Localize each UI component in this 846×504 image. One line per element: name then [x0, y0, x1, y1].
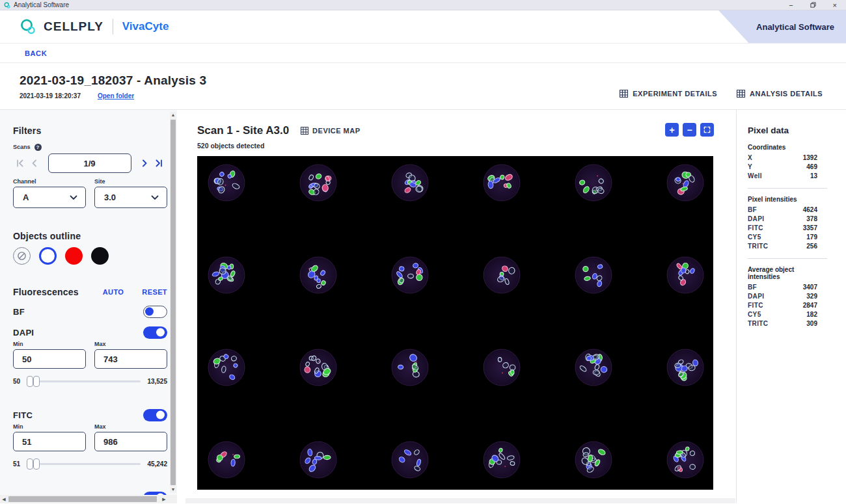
scroll-up-icon[interactable]: ▲: [170, 112, 176, 118]
scan-image-canvas[interactable]: [197, 156, 713, 490]
fitc-min-input[interactable]: [13, 432, 86, 451]
microwell[interactable]: [575, 349, 612, 386]
microwell[interactable]: [392, 442, 428, 478]
microwell[interactable]: [575, 442, 612, 478]
scrollbar-thumb[interactable]: [8, 496, 157, 502]
microwell[interactable]: [392, 349, 428, 386]
zoom-in-button[interactable]: +: [665, 123, 679, 137]
cell-object[interactable]: [416, 274, 422, 281]
restore-icon[interactable]: [810, 2, 816, 8]
microwell[interactable]: [667, 442, 703, 478]
auto-button[interactable]: AUTO: [103, 288, 124, 296]
microwell[interactable]: [484, 349, 520, 386]
microwell[interactable]: [484, 165, 520, 201]
last-scan-button[interactable]: [152, 155, 166, 172]
scrollbar-thumb[interactable]: [171, 120, 176, 485]
microwell[interactable]: [392, 257, 428, 293]
cell-object[interactable]: [685, 447, 690, 451]
microwell[interactable]: [484, 257, 520, 293]
experiment-details-button[interactable]: EXPERIMENT DETAILS: [620, 77, 717, 109]
microwell[interactable]: [300, 257, 336, 293]
close-icon[interactable]: ×: [833, 1, 837, 10]
cell-object[interactable]: [323, 455, 331, 460]
microwell[interactable]: [575, 257, 612, 293]
scroll-down-icon[interactable]: ▼: [170, 486, 176, 493]
debris-dot: [225, 185, 226, 186]
first-scan-button[interactable]: [13, 155, 27, 172]
reset-button[interactable]: RESET: [142, 288, 167, 296]
viewer-horizontal-scrollbar[interactable]: [185, 498, 735, 503]
fitc-range-slider[interactable]: [27, 463, 141, 465]
row-label: CY5: [748, 310, 761, 319]
fitc-max-handle[interactable]: [33, 458, 40, 470]
bf-toggle[interactable]: [143, 306, 167, 318]
cell-object[interactable]: [593, 370, 599, 375]
product-name: VivaCyte: [122, 20, 169, 33]
microwell[interactable]: [208, 257, 245, 293]
cell-object[interactable]: [399, 266, 404, 271]
cell-object[interactable]: [408, 274, 414, 278]
scroll-right-icon[interactable]: ▶: [160, 495, 168, 503]
scan-page-input[interactable]: [48, 153, 131, 173]
analysis-details-button[interactable]: ANALYSIS DETAILS: [737, 77, 823, 109]
microwell[interactable]: [484, 442, 520, 478]
cell-object[interactable]: [227, 265, 231, 269]
dapi-toggle[interactable]: [143, 326, 167, 339]
microwell[interactable]: [667, 165, 703, 201]
cell-object[interactable]: [314, 456, 321, 460]
outline-black-button[interactable]: [91, 247, 109, 265]
microwell[interactable]: [667, 257, 703, 293]
outline-white-button[interactable]: [39, 247, 57, 265]
dapi-min-handle[interactable]: [27, 376, 33, 387]
microwell[interactable]: [667, 349, 703, 386]
cell-object[interactable]: [234, 455, 240, 458]
outline-red-button[interactable]: [65, 247, 83, 265]
zoom-controls: + −: [665, 123, 714, 137]
cell-object[interactable]: [317, 278, 321, 283]
outline-none-button[interactable]: [13, 247, 31, 265]
sidebar-vertical-scrollbar[interactable]: ▲ ▼: [170, 112, 176, 493]
minimize-icon[interactable]: −: [789, 1, 793, 10]
back-button[interactable]: BACK: [25, 49, 47, 57]
dapi-max-handle[interactable]: [33, 376, 40, 387]
scan-pager: [13, 153, 166, 173]
cell-object[interactable]: [675, 177, 680, 181]
help-icon[interactable]: ?: [34, 144, 42, 151]
microwell[interactable]: [300, 349, 336, 386]
microwell[interactable]: [208, 165, 245, 201]
microwell[interactable]: [208, 349, 245, 386]
scroll-left-icon[interactable]: ◀: [0, 495, 8, 503]
fitc-max-label: Max: [94, 423, 167, 430]
fitc-toggle[interactable]: [143, 409, 167, 421]
previous-scan-button[interactable]: [27, 155, 42, 172]
fitc-min-handle[interactable]: [27, 458, 33, 470]
cell-object[interactable]: [398, 365, 403, 369]
cell-object[interactable]: [690, 464, 696, 470]
site-select[interactable]: 3.0: [94, 187, 167, 208]
channel-select[interactable]: A: [13, 187, 86, 208]
row-label: Y: [748, 163, 752, 172]
cell-object[interactable]: [676, 450, 683, 454]
cell-object[interactable]: [510, 461, 515, 466]
microwell[interactable]: [575, 165, 612, 201]
sidebar-horizontal-scrollbar[interactable]: ◀ ▶: [0, 495, 177, 503]
row-label: Well: [748, 172, 762, 181]
dapi-max-input[interactable]: [94, 349, 167, 369]
microwell[interactable]: [392, 165, 428, 201]
microwell[interactable]: [208, 442, 245, 478]
dapi-range-slider[interactable]: [27, 380, 141, 382]
debris-dot: [318, 361, 320, 362]
cell-object[interactable]: [231, 459, 236, 466]
fullscreen-button[interactable]: [700, 123, 714, 137]
dapi-min-input[interactable]: [13, 349, 86, 369]
row-label: DAPI: [748, 292, 765, 301]
zoom-out-button[interactable]: −: [683, 123, 696, 137]
microwell[interactable]: [300, 442, 336, 478]
microwell[interactable]: [300, 165, 336, 201]
cell-object[interactable]: [498, 357, 502, 362]
device-map-button[interactable]: DEVICE MAP: [301, 127, 360, 135]
fitc-max-input[interactable]: [94, 432, 167, 451]
open-folder-link[interactable]: Open folder: [98, 92, 134, 99]
next-scan-button[interactable]: [138, 155, 152, 172]
site-label: Site: [94, 178, 167, 185]
